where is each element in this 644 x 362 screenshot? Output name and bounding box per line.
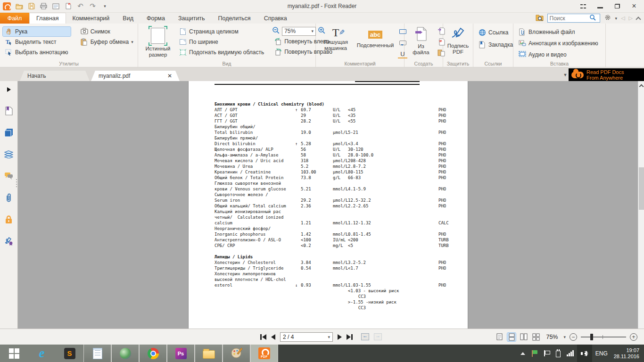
zoom-slider-handle[interactable] [590,334,593,340]
tray-expand-icon[interactable] [520,350,525,355]
taskbar-sublime-text[interactable]: S [56,345,83,362]
taskbar-notepad[interactable] [83,345,111,362]
save-icon[interactable] [27,2,35,10]
facing-page-icon[interactable] [520,333,528,341]
fullscreen-icon[interactable] [580,3,586,9]
taskbar-clock[interactable]: 19:07 28.11.2016 [614,347,639,360]
hand-tool-button[interactable]: Рука [3,27,71,36]
scrollbar[interactable] [638,81,644,329]
tab-form[interactable]: Форма [140,13,172,24]
taskbar-globe-app[interactable] [111,345,139,362]
sidebar-resize-handle[interactable] [16,179,17,187]
restore-icon[interactable] [614,3,620,9]
continuous-page-icon[interactable] [507,333,516,341]
zoom-out-icon[interactable] [272,26,280,36]
attachments-panel-icon[interactable] [4,193,13,202]
search-icon[interactable] [589,14,596,23]
taskbar-chrome[interactable] [139,345,167,362]
ad-dropdown-icon[interactable]: ▼ [562,72,569,78]
undo-icon[interactable]: ↶ [76,2,84,10]
select-text-button[interactable]: T Выделить текст [3,37,71,47]
image-annotation-button[interactable]: Аннотация к изображению [516,39,601,48]
gear-icon[interactable] [604,14,611,23]
tab-close-icon[interactable]: ✕ [167,73,172,79]
volume-slot[interactable] [577,345,592,362]
fit-page-button[interactable]: Страница целиком [177,27,266,36]
snapshot-button[interactable]: Снимок [78,27,136,36]
fit-visible-button[interactable]: Подогнать видимую область [177,48,266,57]
bookmark-button[interactable]: Закладка [476,40,515,49]
zoom-combobox[interactable]: 75%▾ [282,27,316,36]
tab-home[interactable]: Главная [29,13,66,24]
next-page-icon[interactable] [338,334,342,340]
search-input[interactable] [548,15,589,22]
zoom-slider[interactable] [581,334,626,340]
taskbar-paint[interactable] [223,345,250,362]
taskbar-photoshop[interactable]: Ps [167,345,195,362]
last-page-icon[interactable] [347,334,353,340]
prev-page-icon[interactable] [271,334,275,340]
pages-panel-icon[interactable] [4,128,13,137]
fit-width-button[interactable]: По ширине [177,37,266,47]
new-document-icon[interactable] [64,2,72,10]
foxit-logo-icon[interactable] [3,2,11,10]
clipboard-button[interactable]: Буфер обмена ▾ [78,37,136,47]
sign-pdf-button[interactable]: Подпись PDF [444,26,473,59]
bookmarks-panel-icon[interactable] [4,107,13,115]
power-icon[interactable] [556,351,561,357]
qat-customize-icon[interactable]: ▾ [101,2,109,10]
link-button[interactable]: Ссылка [476,28,515,37]
nav-forward-icon[interactable]: ▷ [629,15,633,21]
open-file-icon[interactable] [15,2,23,10]
page-number-input[interactable] [283,334,321,340]
minimize-icon[interactable] [597,3,603,9]
sidebar-expand-icon[interactable] [4,85,13,94]
redo-icon[interactable]: ↷ [89,2,97,10]
file-menu-button[interactable]: Файл [0,13,29,24]
comments-panel-icon[interactable] [4,172,13,181]
layers-panel-icon[interactable] [4,150,13,159]
first-page-icon[interactable] [260,334,266,340]
tab-comment[interactable]: Комментарий [66,13,116,24]
create-from-file-button[interactable]: Из файла [407,26,435,59]
taskbar-internet-explorer[interactable]: e [28,345,56,362]
status-zoom-dropdown-icon[interactable]: ▾ [563,335,566,339]
taskbar-foxit-reader[interactable]: PDF [250,345,278,362]
close-icon[interactable]: × [631,3,637,9]
action-center-flag-icon[interactable] [531,350,537,357]
status-zoom-label[interactable]: 75% [546,334,558,340]
highlight-button[interactable]: abc Подсвеченный [355,26,396,59]
audio-video-button[interactable]: Аудио и видео [516,50,601,59]
security-panel-icon[interactable] [4,215,13,224]
tab-help[interactable]: Справка [257,13,294,24]
taskbar-file-explorer[interactable] [195,345,223,362]
single-page-icon[interactable] [495,333,504,341]
attach-file-button[interactable]: Вложенный файл [516,27,601,37]
page-dropdown-icon[interactable]: ▾ [328,335,330,339]
start-button[interactable] [0,345,28,362]
tab-protect[interactable]: Защитить [172,13,212,24]
flag-outline-icon[interactable] [544,350,550,357]
next-view-icon[interactable] [374,333,382,340]
language-indicator[interactable]: ENG [595,350,608,357]
actual-size-button[interactable]: Истинный размер [141,26,175,59]
start-tab[interactable]: Начать [20,71,90,81]
email-icon[interactable] [52,2,60,10]
typewriter-button[interactable]: T✎ Пишущая машинка [319,26,353,59]
tab-view[interactable]: Вид [116,13,140,24]
signature-panel-icon[interactable] [4,237,13,246]
zoom-in-button[interactable]: + [630,333,637,341]
document-tab[interactable]: myanaliz.pdf✕ [91,71,180,81]
search-folder-icon[interactable] [536,14,544,23]
zoom-out-button[interactable]: − [570,333,577,341]
ad-banner[interactable]: Read PDF DocsFrom Anywhere [569,68,644,81]
tab-share[interactable]: Поделиться [212,13,257,24]
print-icon[interactable] [40,2,48,10]
nav-back-icon[interactable]: ◁ [621,15,625,21]
scroll-thumb[interactable] [639,167,644,210]
prev-view-icon[interactable] [361,333,369,340]
network-signal-icon[interactable] [567,350,574,356]
continuous-facing-icon[interactable] [532,333,540,341]
select-annotation-button[interactable]: Выбрать аннотацию [3,48,71,57]
pdf-page[interactable]: Биохимия крови / Clinical chemistry (blo… [189,81,468,329]
